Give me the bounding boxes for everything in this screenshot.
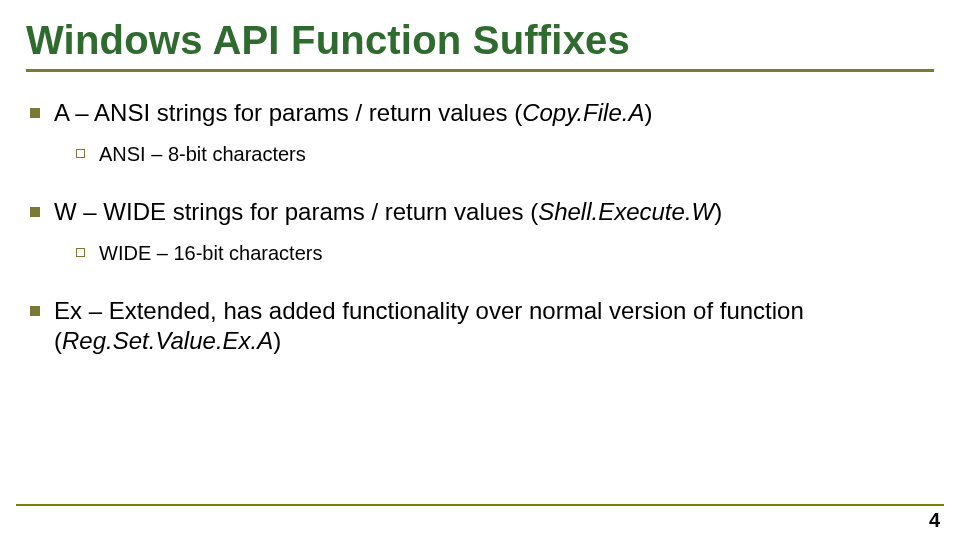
page-number: 4 [929,509,940,532]
text-run: A – ANSI strings for params / return val… [54,99,522,126]
square-bullet-icon [30,108,40,118]
list-item-text: Ex – Extended, has added functionality o… [54,296,930,356]
list-item-text: W – WIDE strings for params / return val… [54,197,930,227]
hollow-square-bullet-icon [76,149,85,158]
list-item-text: A – ANSI strings for params / return val… [54,98,930,128]
title-underline: Windows API Function Suffixes [26,18,934,72]
list-item: A – ANSI strings for params / return val… [30,98,930,128]
sub-list-item: ANSI – 8-bit characters [76,142,930,167]
list-item: Ex – Extended, has added functionality o… [30,296,930,356]
bullet-group: W – WIDE strings for params / return val… [30,197,930,266]
hollow-square-bullet-icon [76,248,85,257]
text-run: W – WIDE strings for params / return val… [54,198,538,225]
sub-list-item-text: WIDE – 16-bit characters [99,241,930,266]
sub-list-item-text: ANSI – 8-bit characters [99,142,930,167]
slide: Windows API Function Suffixes A – ANSI s… [0,0,960,540]
bullet-group: Ex – Extended, has added functionality o… [30,296,930,356]
square-bullet-icon [30,207,40,217]
content-area: A – ANSI strings for params / return val… [16,98,944,356]
slide-title: Windows API Function Suffixes [26,18,934,63]
text-run-italic: Reg.Set.Value.Ex.A [62,327,273,354]
sub-list-item: WIDE – 16-bit characters [76,241,930,266]
bullet-group: A – ANSI strings for params / return val… [30,98,930,167]
text-run: ) [273,327,281,354]
text-run-italic: Shell.Execute.W [538,198,714,225]
footer-divider [16,504,944,506]
text-run-italic: Copy.File.A [522,99,644,126]
square-bullet-icon [30,306,40,316]
text-run: ) [644,99,652,126]
text-run: ) [714,198,722,225]
list-item: W – WIDE strings for params / return val… [30,197,930,227]
